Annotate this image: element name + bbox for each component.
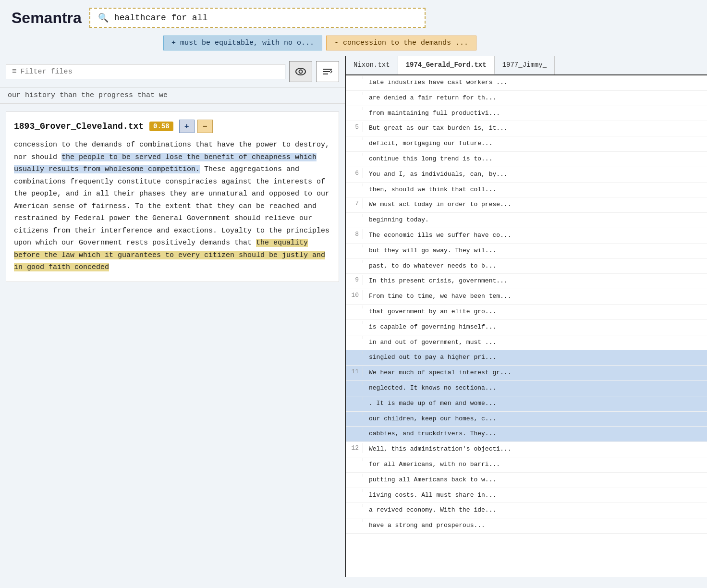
doc-line: are denied a fair return for th... — [346, 91, 707, 106]
line-text: a revived economy. With the ide... — [367, 504, 707, 517]
doc-line: past, to do whatever needs to b... — [346, 259, 707, 274]
doc-line: that government by an elite gro... — [346, 305, 707, 320]
doc-line: 5But great as our tax burden is, it... — [346, 121, 707, 136]
doc-line: 6You and I, as individuals, can, by... — [346, 167, 707, 183]
line-number — [346, 474, 363, 477]
doc-line: cabbies, and truckdrivers. They... — [346, 427, 707, 442]
line-text: deficit, mortgaging our future... — [367, 137, 707, 150]
doc-line: for all Americans, with no barri... — [346, 457, 707, 473]
line-number: 8 — [346, 229, 363, 239]
negative-chip[interactable]: - concession to the demands ... — [326, 36, 476, 50]
line-number — [346, 428, 363, 430]
main-layout: ≡ our — [0, 56, 707, 577]
truncated-text: our history than the progress that we — [0, 87, 345, 104]
sort-toggle-button[interactable] — [316, 61, 339, 82]
result-actions: + − — [179, 120, 213, 133]
line-number — [346, 92, 363, 95]
line-text: living costs. All must share in... — [367, 489, 707, 502]
line-number — [346, 382, 363, 385]
result-text: concession to the demands of combination… — [14, 139, 331, 274]
line-text: our children, keep our homes, c... — [367, 413, 707, 426]
line-number: 10 — [346, 290, 363, 300]
line-number: 5 — [346, 122, 363, 132]
line-text: in and out of government, must ... — [367, 336, 707, 349]
svg-point-1 — [299, 70, 303, 74]
doc-line: . It is made up of men and wome... — [346, 396, 707, 412]
doc-line: then, should we think that coll... — [346, 183, 707, 198]
add-negative-button[interactable]: − — [197, 120, 213, 133]
line-text: from maintaining full productivi... — [367, 107, 707, 120]
line-text: We must act today in order to prese... — [367, 198, 707, 211]
svg-point-0 — [296, 68, 305, 75]
doc-line: singled out to pay a higher pri... — [346, 350, 707, 366]
result-score: 0.58 — [149, 122, 173, 131]
line-text: From time to time, we have been tem... — [367, 290, 707, 303]
line-number — [346, 260, 363, 263]
left-scroll[interactable]: our history than the progress that we 18… — [0, 87, 345, 577]
line-number — [346, 76, 363, 79]
line-number — [346, 214, 363, 217]
line-number — [346, 351, 363, 354]
doc-line: in and out of government, must ... — [346, 335, 707, 351]
doc-line: living costs. All must share in... — [346, 488, 707, 503]
line-text: singled out to pay a higher pri... — [367, 351, 707, 364]
doc-line: have a strong and prosperous... — [346, 518, 707, 534]
line-number — [346, 306, 363, 308]
tab-jimmy[interactable]: 1977_Jimmy_ — [495, 56, 555, 74]
positive-chip[interactable]: + must be equitable, with no o... — [163, 36, 322, 50]
line-number — [346, 336, 363, 339]
sort-icon — [322, 67, 333, 76]
line-number — [346, 245, 363, 247]
filter-bar: ≡ — [0, 56, 345, 87]
filter-input[interactable] — [21, 68, 279, 76]
positive-chip-label: + must be equitable, with no o... — [171, 39, 314, 47]
filter-icon: ≡ — [12, 67, 17, 76]
add-positive-button[interactable]: + — [179, 120, 195, 133]
view-toggle-button[interactable] — [289, 61, 312, 82]
line-number — [346, 519, 363, 522]
line-text: The economic ills we suffer have co... — [367, 229, 707, 242]
search-box: 🔍 — [89, 8, 426, 28]
line-number: 7 — [346, 198, 363, 208]
line-text: But great as our tax burden is, it... — [367, 122, 707, 135]
line-text: have a strong and prosperous... — [367, 519, 707, 532]
line-text: continue this long trend is to... — [367, 153, 707, 166]
doc-content[interactable]: late industries have cast workers ...are… — [346, 75, 707, 577]
result-filename: 1893_Grover_Cleveland.txt — [14, 122, 144, 131]
line-number — [346, 489, 363, 492]
tab-ford[interactable]: 1974_Gerald_Ford.txt — [398, 56, 495, 74]
tab-nixon[interactable]: Nixon.txt — [346, 56, 398, 74]
line-text: beginning today. — [367, 214, 707, 227]
line-text: is capable of governing himself... — [367, 321, 707, 334]
doc-line: neglected. It knows no sectiona... — [346, 381, 707, 396]
text-plain-2: These aggregations and combinations freq… — [14, 165, 329, 247]
line-text: for all Americans, with no barri... — [367, 458, 707, 471]
doc-line: late industries have cast workers ... — [346, 75, 707, 91]
app-header: Semantra 🔍 — [0, 0, 707, 36]
line-text: but they will go away. They wil... — [367, 245, 707, 257]
doc-line: a revived economy. With the ide... — [346, 503, 707, 518]
doc-line: our children, keep our homes, c... — [346, 412, 707, 427]
line-number — [346, 321, 363, 324]
line-text: cabbies, and truckdrivers. They... — [367, 428, 707, 441]
doc-line: 10From time to time, we have been tem... — [346, 289, 707, 305]
line-text: . It is made up of men and wome... — [367, 397, 707, 410]
result-card: 1893_Grover_Cleveland.txt 0.58 + − conce… — [6, 111, 339, 282]
line-number — [346, 153, 363, 156]
doc-line: 12Well, this administration's objecti... — [346, 442, 707, 457]
line-text: neglected. It knows no sectiona... — [367, 382, 707, 395]
line-text: We hear much of special interest gr... — [367, 367, 707, 380]
doc-line: is capable of governing himself... — [346, 320, 707, 335]
line-number — [346, 184, 363, 186]
line-text: then, should we think that coll... — [367, 184, 707, 196]
line-number: 9 — [346, 275, 363, 285]
line-text: putting all Americans back to w... — [367, 474, 707, 487]
doc-line: 11We hear much of special interest gr... — [346, 366, 707, 381]
doc-line: from maintaining full productivi... — [346, 106, 707, 122]
line-number — [346, 137, 363, 140]
line-text: past, to do whatever needs to b... — [367, 260, 707, 273]
search-input[interactable] — [114, 13, 417, 23]
app-title: Semantra — [12, 9, 82, 27]
line-text: You and I, as individuals, can, by... — [367, 168, 707, 181]
line-number — [346, 107, 363, 110]
